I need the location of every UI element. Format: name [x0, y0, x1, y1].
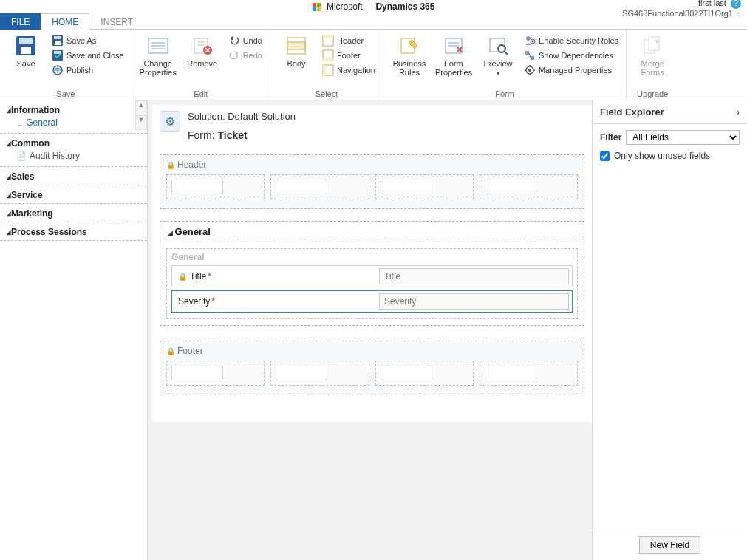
change-properties-button[interactable]: Change Properties — [138, 33, 178, 77]
form-name: Ticket — [217, 129, 247, 141]
dependencies-icon — [524, 49, 536, 61]
header-cell-1[interactable] — [166, 174, 265, 199]
remove-button[interactable]: Remove — [183, 33, 222, 68]
tab-general-body: General 🔒Title* Severity* — [160, 242, 584, 326]
tab-insert[interactable]: INSERT — [89, 13, 144, 30]
org-name: SG468Functional3022TI1Org1 — [622, 9, 733, 18]
title-input[interactable] — [379, 268, 569, 284]
ribbon-group-save: Save Save As Save and Close Publish Save — [0, 30, 132, 100]
navigation-button[interactable]: Navigation — [321, 64, 377, 77]
redo-button[interactable]: Redo — [227, 49, 264, 62]
save-as-button[interactable]: Save As — [50, 34, 126, 47]
undo-button[interactable]: Undo — [227, 34, 264, 47]
footer-icon — [322, 49, 334, 61]
nav-item-general[interactable]: ∟ General — [6, 115, 141, 130]
nav-scroll[interactable]: ▲▼ — [135, 100, 147, 130]
required-marker: * — [208, 271, 211, 281]
save-button[interactable]: Save — [6, 33, 46, 68]
nav-section-marketing[interactable]: Marketing — [6, 208, 141, 219]
header-cell-3[interactable] — [375, 174, 474, 199]
help-icon[interactable]: ? — [731, 0, 741, 9]
chevron-right-icon[interactable]: › — [737, 107, 740, 117]
svg-line-35 — [505, 52, 508, 55]
filter-label: Filter — [600, 132, 621, 143]
tab-file[interactable]: FILE — [0, 13, 41, 30]
footer-cell-3[interactable] — [375, 361, 474, 386]
preview-button[interactable]: Preview▼ — [478, 33, 518, 78]
business-rules-icon — [398, 34, 421, 58]
svg-rect-6 — [21, 47, 31, 54]
merge-forms-icon — [641, 34, 664, 58]
svg-rect-11 — [54, 51, 61, 54]
security-roles-icon — [524, 35, 536, 47]
nav-section-process-sessions[interactable]: Process Sessions — [6, 227, 141, 237]
tab-home[interactable]: HOME — [41, 13, 89, 30]
section-general[interactable]: General 🔒Title* Severity* — [166, 248, 578, 319]
merge-forms-button[interactable]: Merge Forms — [632, 33, 672, 77]
svg-point-41 — [528, 69, 531, 72]
show-dependencies-button[interactable]: Show Dependencies — [522, 49, 620, 62]
ribbon-group-form: Business Rules Form Properties Preview▼ … — [383, 30, 627, 100]
svg-rect-22 — [287, 42, 305, 49]
navigation-icon — [322, 64, 334, 76]
managed-properties-button[interactable]: Managed Properties — [522, 64, 620, 77]
chevron-down-icon: ▼ — [495, 70, 501, 77]
footer-section[interactable]: 🔒Footer — [160, 341, 584, 395]
tab-general[interactable]: General — [160, 221, 584, 242]
left-nav: ▲▼ Information ∟ General Common 📄Audit H… — [0, 100, 148, 560]
nav-section-service[interactable]: Service — [6, 190, 141, 200]
footer-button[interactable]: Footer — [321, 49, 377, 62]
undo-icon — [228, 35, 240, 47]
severity-input[interactable] — [379, 293, 569, 310]
svg-point-36 — [526, 36, 531, 41]
enable-security-roles-button[interactable]: Enable Security Roles — [522, 34, 620, 47]
filter-select[interactable]: All Fields — [626, 130, 740, 145]
field-explorer-title: Field Explorer — [600, 106, 664, 117]
title-bar: Microsoft | Dynamics 365 first last ? SG… — [0, 0, 747, 13]
only-unused-checkbox[interactable]: Only show unused fields — [600, 151, 740, 161]
ribbon-group-edit: Change Properties Remove Undo Redo Edit — [132, 30, 270, 100]
nav-item-audit-history[interactable]: 📄Audit History — [6, 148, 141, 163]
nav-section-sales[interactable]: Sales — [6, 171, 141, 182]
lock-icon: 🔒 — [166, 347, 175, 355]
field-severity[interactable]: Severity* — [171, 290, 573, 313]
publish-button[interactable]: Publish — [50, 64, 126, 77]
ribbon-group-upgrade: Merge Forms Upgrade — [627, 30, 678, 100]
ribbon: Save Save As Save and Close Publish Save… — [0, 30, 747, 100]
form-properties-button[interactable]: Form Properties — [434, 33, 474, 77]
footer-cell-4[interactable] — [480, 361, 578, 386]
footer-cell-1[interactable] — [166, 361, 265, 386]
properties-icon — [146, 34, 170, 58]
brand-product: Dynamics 365 — [375, 1, 434, 12]
nav-section-information[interactable]: Information — [6, 105, 141, 115]
svg-rect-47 — [649, 37, 659, 50]
preview-icon — [486, 34, 510, 58]
home-icon[interactable]: ⌂ — [737, 10, 741, 18]
svg-rect-0 — [313, 3, 316, 7]
body-icon — [284, 34, 308, 58]
ribbon-group-select: Body Header Footer Navigation Select — [270, 30, 383, 100]
nav-section-common[interactable]: Common — [6, 138, 141, 148]
business-rules-button[interactable]: Business Rules — [389, 33, 429, 77]
save-and-close-button[interactable]: Save and Close — [50, 49, 126, 62]
brand-company: Microsoft — [327, 1, 363, 12]
header-cell-2[interactable] — [270, 174, 369, 199]
svg-rect-24 — [323, 35, 333, 38]
header-cell-4[interactable] — [480, 174, 578, 199]
save-as-icon — [52, 35, 64, 47]
user-info: first last ? SG468Functional3022TI1Org1 … — [622, 0, 741, 18]
svg-rect-39 — [531, 56, 534, 60]
header-section[interactable]: 🔒Header — [160, 154, 584, 209]
brand: Microsoft | Dynamics 365 — [313, 1, 435, 12]
field-title[interactable]: 🔒Title* — [171, 265, 573, 287]
remove-icon — [191, 34, 214, 58]
field-explorer: Field Explorer › Filter All Fields Only … — [592, 100, 747, 560]
save-close-icon — [52, 49, 64, 61]
svg-rect-2 — [313, 7, 316, 11]
new-field-button[interactable]: New Field — [639, 536, 700, 554]
footer-cell-2[interactable] — [270, 361, 369, 386]
svg-rect-3 — [317, 7, 321, 11]
body-button[interactable]: Body — [276, 33, 316, 68]
canvas-title: ⚙ Solution: Default Solution Form: Ticke… — [152, 105, 592, 148]
header-button[interactable]: Header — [321, 34, 377, 47]
